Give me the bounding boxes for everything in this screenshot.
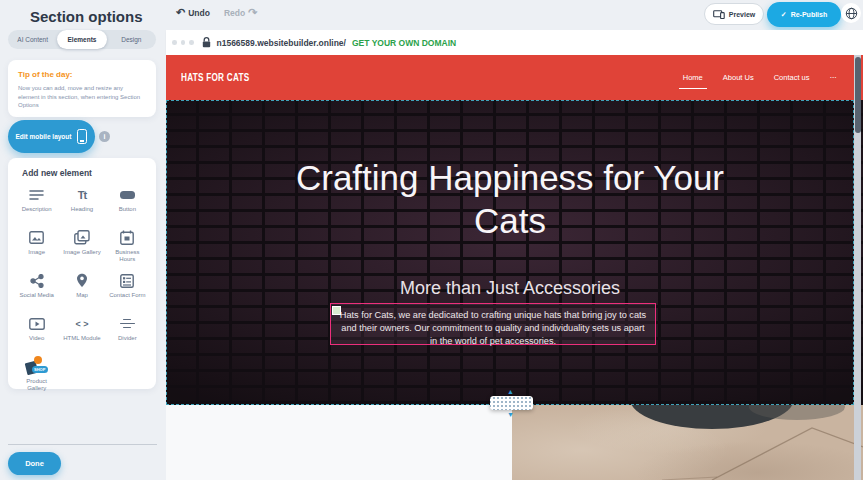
edit-mobile-label: Edit mobile layout xyxy=(16,133,72,140)
next-section-blank[interactable] xyxy=(166,405,512,480)
add-element-html-module[interactable]: < > HTML Module xyxy=(59,315,104,349)
shop-badge: SHOP xyxy=(32,366,48,373)
page-title: Section options xyxy=(30,8,143,25)
add-element-image[interactable]: Image xyxy=(14,229,59,263)
republish-button[interactable]: ✓ Re-Publish xyxy=(767,2,841,27)
tip-body: Now you can add, move and resize any ele… xyxy=(18,84,146,110)
preview-button[interactable]: Preview xyxy=(704,3,764,25)
redo-button[interactable]: Redo ↷ xyxy=(224,6,257,19)
map-pin-icon xyxy=(76,272,88,289)
republish-label: Re-Publish xyxy=(791,11,828,18)
language-globe-button[interactable] xyxy=(841,3,861,23)
hero-section[interactable]: Crafting Happiness for Your Cats More th… xyxy=(166,100,863,405)
site-preview: n1566589.websitebuilder.online/ GET YOUR… xyxy=(166,30,863,480)
contact-form-icon xyxy=(120,272,134,289)
redo-label: Redo xyxy=(224,8,245,18)
selection-handle[interactable] xyxy=(332,306,341,315)
globe-icon xyxy=(845,7,858,20)
new-badge xyxy=(34,356,42,364)
nav-about-us[interactable]: About Us xyxy=(721,69,756,86)
info-icon[interactable]: i xyxy=(99,131,110,142)
add-element-heading: Add new element xyxy=(22,168,150,178)
add-element-map[interactable]: Map xyxy=(59,272,104,306)
undo-button[interactable]: ↶ Undo xyxy=(176,6,210,19)
add-element-heading-item[interactable]: Tt Heading xyxy=(59,186,104,220)
html-module-icon: < > xyxy=(75,315,88,332)
undo-label: Undo xyxy=(188,8,210,18)
add-element-social-media[interactable]: Social Media xyxy=(14,272,59,306)
description-icon xyxy=(29,186,44,203)
video-icon xyxy=(29,315,45,332)
add-element-business-hours[interactable]: Business Hours xyxy=(105,229,150,263)
hero-heading[interactable]: Crafting Happiness for Your Cats xyxy=(166,156,854,242)
site-nav: Home About Us Contact us ⋯ xyxy=(681,55,839,100)
add-element-image-gallery[interactable]: Image Gallery xyxy=(59,229,104,263)
photo-detail xyxy=(512,405,863,480)
hero-text-box-selected[interactable]: Hats for Cats, we are dedicated to craft… xyxy=(330,303,656,345)
undo-icon: ↶ xyxy=(176,6,185,19)
button-icon xyxy=(120,186,135,203)
sidebar-tabs: AI Content Elements Design xyxy=(8,30,156,49)
devices-icon xyxy=(713,10,725,19)
preview-scrollbar[interactable] xyxy=(854,55,861,480)
add-element-button[interactable]: Button xyxy=(105,186,150,220)
image-gallery-icon xyxy=(74,229,90,246)
image-icon xyxy=(29,229,44,246)
get-domain-link[interactable]: GET YOUR OWN DOMAIN xyxy=(352,38,456,48)
resize-up-icon: ▲ xyxy=(507,388,514,395)
mobile-phone-icon xyxy=(77,129,87,144)
hero-paragraph: Hats for Cats, we are dedicated to craft… xyxy=(331,304,655,348)
tip-heading: Tip of the day: xyxy=(18,70,146,79)
add-element-divider[interactable]: Divider xyxy=(105,315,150,349)
browser-bar: n1566589.websitebuilder.online/ GET YOUR… xyxy=(166,30,863,55)
add-element-video[interactable]: Video xyxy=(14,315,59,349)
add-element-panel: Add new element Description Tt Heading B… xyxy=(8,158,156,389)
nav-contact-us[interactable]: Contact us xyxy=(772,69,812,86)
check-icon: ✓ xyxy=(781,11,787,19)
nav-home[interactable]: Home xyxy=(681,69,705,86)
scrollbar-thumb[interactable] xyxy=(855,57,861,133)
resize-down-icon: ▼ xyxy=(507,411,514,418)
redo-icon: ↷ xyxy=(248,6,257,19)
tip-of-the-day-card: Tip of the day: Now you can add, move an… xyxy=(8,60,156,117)
site-header: HATS FOR CATS Home About Us Contact us ⋯ xyxy=(166,55,863,100)
lock-icon xyxy=(202,37,211,48)
add-element-contact-form[interactable]: Contact Form xyxy=(105,272,150,306)
social-media-icon xyxy=(30,272,44,289)
product-gallery-icon: SHOP xyxy=(25,358,49,375)
history-controls: ↶ Undo Redo ↷ xyxy=(176,6,257,19)
done-button[interactable]: Done xyxy=(8,452,61,475)
section-resize-handle[interactable]: ▲ ▼ xyxy=(490,396,533,410)
business-hours-icon xyxy=(120,229,134,246)
tab-design[interactable]: Design xyxy=(107,30,156,49)
heading-icon: Tt xyxy=(78,186,86,203)
add-element-description[interactable]: Description xyxy=(14,186,59,220)
preview-label: Preview xyxy=(729,11,755,18)
nav-more-icon[interactable]: ⋯ xyxy=(828,69,840,86)
browser-dots-icon xyxy=(172,40,194,45)
add-element-product-gallery[interactable]: SHOP Product Gallery xyxy=(14,358,59,392)
next-section-cat-photo[interactable] xyxy=(512,405,863,480)
hero-subheading[interactable]: More than Just Accessories xyxy=(166,278,854,299)
tab-elements[interactable]: Elements xyxy=(57,30,106,49)
add-element-grid: Description Tt Heading Button Image Imag… xyxy=(14,186,150,392)
site-logo[interactable]: HATS FOR CATS xyxy=(181,72,249,83)
sidebar-divider xyxy=(8,444,157,445)
site-url: n1566589.websitebuilder.online/ xyxy=(217,38,346,48)
divider-icon xyxy=(120,315,135,332)
tab-ai-content[interactable]: AI Content xyxy=(8,30,57,49)
edit-mobile-layout-button[interactable]: Edit mobile layout xyxy=(8,120,95,153)
